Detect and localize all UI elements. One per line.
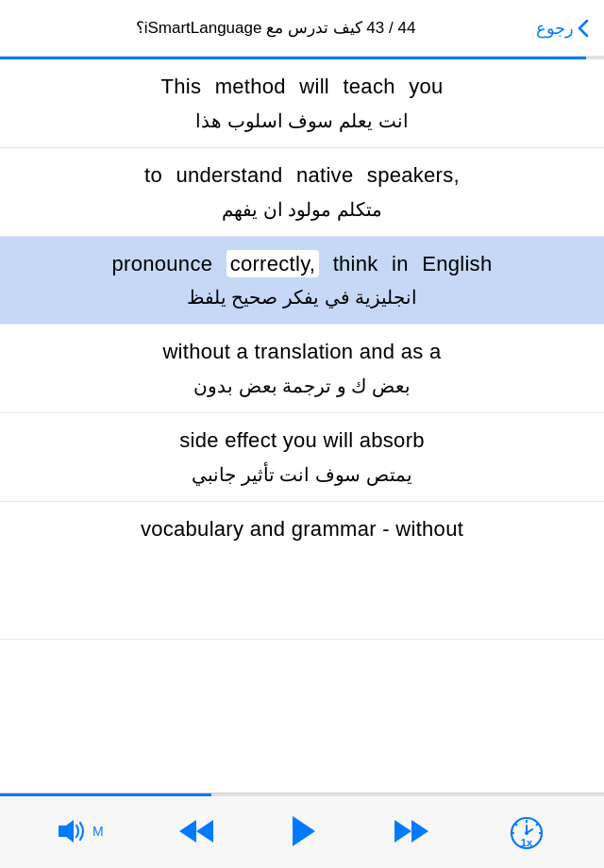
play-button[interactable] [289,814,319,848]
arabic-line-2: متكلم مولود ان يفهم [19,196,585,223]
svg-marker-5 [411,820,428,843]
sentence-block-6: vocabulary and grammar - without [0,502,604,640]
player-bar: M [0,793,604,868]
speaker-button[interactable]: M [55,816,104,846]
svg-point-14 [525,831,528,835]
speed-label: 1x [521,837,532,848]
content-area: This method will teach you انت يعلم سوف … [0,59,604,640]
page-title: 44 / 43 كيف تدرس مع iSmartLanguage؟ [15,18,536,38]
speed-button[interactable]: 1x [504,809,549,854]
english-line-2: to understand native speakers, [19,161,585,191]
speaker-label: M [92,824,104,839]
svg-marker-3 [293,816,315,846]
back-button[interactable]: رجوع [536,18,589,39]
svg-line-8 [536,824,538,826]
sentence-block-4: without a translation and as a بعض ك و ت… [0,325,604,413]
arabic-line-4: بعض ك و ترجمة بعض بدون [19,373,585,399]
word-in: in [392,252,422,275]
player-progress-bg [0,793,604,796]
english-line-1: This method will teach you [19,73,585,102]
svg-marker-1 [179,820,196,843]
english-line-6: vocabulary and grammar - without [19,515,585,544]
word-correctly: correctly, [226,250,320,277]
svg-marker-4 [394,820,411,843]
fast-forward-button[interactable] [391,816,432,846]
sentence-block-1: This method will teach you انت يعلم سوف … [0,59,604,148]
header: رجوع 44 / 43 كيف تدرس مع iSmartLanguage؟ [0,0,604,57]
english-line-4: without a translation and as a [19,338,585,367]
word-think: think [319,252,392,275]
arabic-line-3: انجليزية في يفكر صحيح يلفظ [19,284,585,310]
player-progress-fill [0,793,211,796]
arabic-line-5: يمتص سوف انت تأثير جانبي [19,461,585,488]
sentence-block-5: side effect you will absorb يمتص سوف انت… [0,413,604,502]
word-pronounce: pronounce [112,252,226,275]
rewind-button[interactable] [176,816,217,846]
sentence-block-2: to understand native speakers, متكلم مول… [0,148,604,237]
word-english: English [422,252,492,275]
svg-marker-2 [196,820,213,843]
back-label: رجوع [536,18,574,39]
english-line-5: side effect you will absorb [19,426,585,456]
english-line-3: pronounce correctly, think in English [19,250,585,279]
arabic-line-1: انت يعلم سوف اسلوب هذا [19,108,585,134]
svg-marker-0 [59,820,74,843]
svg-line-10 [515,824,517,826]
sentence-block-3: pronounce correctly, think in English ان… [0,237,604,326]
